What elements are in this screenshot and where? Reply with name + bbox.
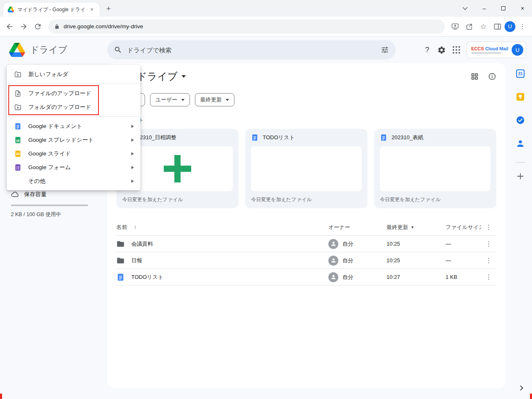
docs-file-icon: [251, 134, 259, 141]
tab-close-icon[interactable]: ×: [88, 6, 96, 13]
annotation-corner-mark: [530, 394, 532, 399]
menu-item-google-sheets[interactable]: Google スプレッドシート: [7, 133, 140, 147]
menu-item-folder-upload[interactable]: フォルダのアップロード: [7, 100, 140, 114]
browser-avatar[interactable]: U: [505, 21, 515, 32]
main-panel: マイドライブ 種類 ユーザー 最終更新 候補リスト: [107, 63, 505, 388]
window-close-button[interactable]: ×: [513, 0, 532, 17]
column-header-modified[interactable]: 最終更新 ▼: [387, 224, 446, 231]
new-tab-button[interactable]: +: [102, 2, 115, 15]
submenu-arrow-icon: [131, 125, 134, 128]
menu-divider: [7, 84, 140, 84]
column-header-owner[interactable]: オーナー: [328, 224, 387, 231]
menu-item-google-forms[interactable]: Google フォーム: [7, 160, 140, 174]
owner-avatar: [328, 272, 338, 282]
share-icon[interactable]: [462, 20, 476, 34]
window-chevron-button[interactable]: [456, 0, 475, 17]
bookmark-star-icon[interactable]: ☆: [476, 20, 490, 34]
new-menu-popup: 新しいフォルダ ファイルのアップロード フォルダのアップロード Google ド…: [7, 65, 140, 190]
reload-button[interactable]: [31, 20, 45, 34]
keep-icon[interactable]: [516, 92, 525, 101]
chevron-down-icon: [181, 99, 185, 101]
docs-icon: [14, 123, 22, 130]
window-maximize-button[interactable]: [494, 0, 513, 17]
card-title: 202310_表紙: [392, 134, 424, 141]
docs-file-icon: [380, 134, 387, 141]
filter-chip-people[interactable]: ユーザー: [150, 93, 190, 106]
file-name: TODOリスト: [131, 273, 163, 281]
contacts-icon[interactable]: [516, 139, 525, 148]
info-icon[interactable]: [488, 72, 496, 81]
modified-time: 10:25: [387, 257, 446, 264]
menu-item-more[interactable]: その他: [7, 174, 140, 188]
sort-ascending-icon: ↑: [134, 224, 137, 230]
suggested-card[interactable]: TODOリスト 今日変更を加えたファイル: [245, 129, 367, 208]
owner-name: 自分: [342, 240, 353, 248]
sheets-plus-icon: [164, 166, 191, 172]
drive-logo-home[interactable]: ドライブ: [0, 43, 107, 57]
install-app-icon[interactable]: [448, 20, 462, 34]
maximize-icon: [501, 6, 505, 10]
storage-progress-bar: [11, 204, 88, 206]
modified-time: 10:25: [387, 241, 446, 247]
storage-label: 保存容量: [24, 191, 47, 198]
menu-item-new-folder[interactable]: 新しいフォルダ: [7, 67, 140, 81]
browser-toolbar: drive.google.com/drive/my-drive ☆ U ⋮: [0, 17, 532, 37]
menu-item-file-upload[interactable]: ファイルのアップロード: [7, 86, 140, 100]
account-badge[interactable]: ECCS Cloud Mail U: [467, 42, 526, 58]
suggested-card[interactable]: 202310_表紙 今日変更を加えたファイル: [374, 129, 496, 208]
account-avatar[interactable]: U: [512, 44, 523, 56]
table-row[interactable]: TODOリスト 自分 10:27 1 KB ⋮: [116, 269, 496, 286]
card-reason: 今日変更を加えたファイル: [380, 196, 490, 203]
drive-header: ドライブ ? ECCS Cloud Mail U: [0, 37, 532, 63]
search-options-icon[interactable]: [381, 46, 389, 54]
card-reason: 今日変更を加えたファイル: [122, 196, 233, 203]
forward-button[interactable]: [17, 20, 31, 34]
settings-gear-icon[interactable]: [437, 46, 446, 54]
collapse-panel-icon[interactable]: [518, 385, 523, 391]
folder-upload-icon: [14, 103, 22, 111]
menu-item-google-slides[interactable]: Google スライド: [7, 147, 140, 160]
submenu-arrow-icon: [131, 180, 134, 183]
row-options-icon[interactable]: ⋮: [481, 273, 496, 281]
side-panel-icon[interactable]: [490, 20, 505, 34]
title-caret-icon: [182, 75, 186, 78]
help-icon[interactable]: ?: [424, 46, 431, 54]
sort-descending-icon: ▼: [411, 225, 414, 229]
url-text: drive.google.com/drive/my-drive: [64, 23, 143, 30]
cloud-icon: [11, 190, 19, 199]
rail-divider: [515, 162, 525, 163]
folder-icon: [116, 240, 125, 248]
row-options-icon[interactable]: ⋮: [481, 240, 496, 248]
files-table: 名前 ↑ オーナー 最終更新 ▼ ファイルサイズ ⋮ 会議資料 自分: [116, 219, 496, 286]
browser-menu-icon[interactable]: ⋮: [515, 20, 530, 34]
lock-icon: [54, 24, 60, 30]
slides-icon: [14, 150, 22, 158]
menu-item-google-docs[interactable]: Google ドキュメント: [7, 119, 140, 133]
filter-chip-modified[interactable]: 最終更新: [195, 93, 234, 106]
address-bar[interactable]: drive.google.com/drive/my-drive: [48, 20, 445, 34]
table-row[interactable]: 日報 自分 10:25 — ⋮: [116, 252, 496, 269]
submenu-arrow-icon: [131, 152, 134, 155]
card-title: TODOリスト: [263, 134, 295, 141]
tasks-icon[interactable]: [516, 116, 525, 125]
column-header-size[interactable]: ファイルサイズ: [446, 224, 481, 231]
search-bar[interactable]: [107, 40, 396, 59]
new-folder-icon: [14, 71, 22, 78]
google-apps-icon[interactable]: [453, 46, 460, 54]
search-input[interactable]: [127, 47, 376, 54]
window-minimize-button[interactable]: –: [475, 0, 494, 17]
calendar-icon[interactable]: 31: [516, 69, 525, 78]
grid-view-toggle-icon[interactable]: [470, 72, 479, 81]
back-button[interactable]: [2, 20, 17, 34]
search-icon: [114, 46, 122, 54]
browser-tab[interactable]: マイドライブ - Google ドライブ ×: [3, 2, 100, 17]
column-header-name[interactable]: 名前 ↑: [116, 224, 328, 231]
file-name: 会議資料: [131, 240, 153, 248]
file-upload-icon: [14, 90, 22, 97]
chevron-down-icon: [463, 5, 467, 10]
row-options-icon[interactable]: ⋮: [481, 256, 496, 264]
table-row[interactable]: 会議資料 自分 10:25 — ⋮: [116, 236, 496, 252]
add-addon-icon[interactable]: [516, 172, 525, 181]
modified-time: 10:27: [387, 274, 446, 280]
table-options-icon[interactable]: ⋮: [481, 223, 496, 231]
